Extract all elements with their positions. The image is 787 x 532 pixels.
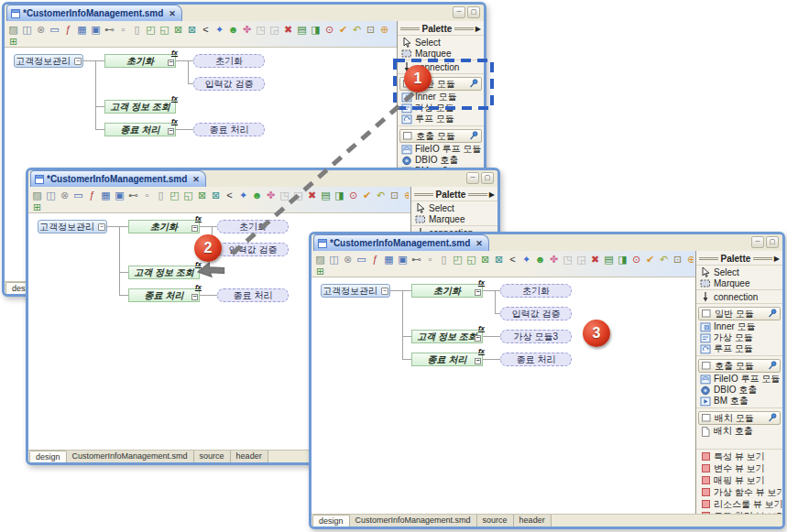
view-button[interactable]: 특성 뷰 보기 — [696, 451, 782, 462]
bottom-tab-design[interactable]: design — [312, 515, 350, 527]
restore-button[interactable]: ▢ — [766, 236, 779, 248]
save-icon[interactable]: ◫ — [44, 189, 58, 201]
zoom-in-icon[interactable]: ⊕ — [401, 189, 409, 201]
paste-icon[interactable]: ◲ — [574, 253, 588, 266]
close-tab-icon[interactable]: ✕ — [475, 239, 483, 248]
collapse-left-icon[interactable]: < — [199, 23, 213, 36]
small-module-icon[interactable]: ▫ — [116, 23, 130, 36]
minimize-button[interactable]: ─ — [453, 6, 465, 18]
bottom-tab-source[interactable]: source — [477, 515, 514, 527]
small-module-icon[interactable]: ▫ — [423, 253, 437, 266]
undo-icon[interactable]: ↶ — [374, 189, 388, 201]
node-root[interactable]: 고객정보관리− — [38, 220, 107, 233]
check-icon[interactable]: ✔ — [643, 253, 657, 266]
grid-view-icon[interactable]: ▦ — [382, 253, 396, 266]
collapse-icon[interactable]: − — [98, 223, 105, 231]
bottom-tab-customerinfomanagement-smd[interactable]: CustomerInfoManagement.smd — [350, 515, 477, 527]
view-button[interactable]: 변수 뷰 보기 — [696, 462, 782, 474]
close-tab-icon[interactable]: ✕ — [169, 9, 176, 18]
table-view-icon[interactable]: ▤ — [319, 189, 333, 201]
small-module-icon[interactable]: ▫ — [140, 189, 154, 201]
collapse-icon[interactable]: − — [475, 289, 481, 296]
palette-tool-marquee[interactable]: Marquee — [398, 48, 484, 59]
export-book-icon[interactable]: ◨ — [309, 23, 322, 36]
debug-face-icon[interactable]: ☻ — [226, 23, 240, 36]
view-button[interactable]: 매핑 뷰 보기 — [696, 474, 782, 486]
properties-card-icon[interactable]: ▭ — [48, 23, 61, 36]
palette-tool-batch-call[interactable]: 배치 호출 — [696, 426, 782, 437]
palette-tool-marquee[interactable]: Marquee — [411, 213, 497, 224]
unlink-icon[interactable]: ⊗ — [341, 253, 355, 266]
unlink-icon[interactable]: ⊗ — [58, 189, 71, 201]
close-tab-icon[interactable]: ✕ — [192, 175, 200, 184]
new-module-icon[interactable]: ▨ — [313, 253, 327, 266]
search-key-icon[interactable]: ✦ — [236, 189, 250, 201]
node-root[interactable]: 고객정보관리− — [14, 54, 83, 68]
breakpoint-icon[interactable]: ⊙ — [346, 189, 360, 201]
table-view-icon[interactable]: ▤ — [295, 23, 309, 36]
copy-icon[interactable]: ◳ — [278, 189, 291, 201]
page-icon[interactable]: ▯ — [130, 23, 144, 36]
data-table-icon[interactable]: ⊞ — [30, 201, 44, 212]
collapse-icon[interactable]: − — [74, 58, 82, 65]
node-v2[interactable]: 입력값 검증 — [500, 307, 572, 320]
node-m3[interactable]: 종료 처리fx− — [104, 123, 176, 136]
bottom-tab-source[interactable]: source — [194, 451, 231, 463]
delete-icon[interactable]: ✖ — [305, 189, 319, 201]
collapse-icon[interactable]: − — [475, 358, 481, 364]
connection-toggle-icon[interactable]: ⊷ — [103, 23, 116, 36]
collapse-icon[interactable]: − — [191, 294, 198, 300]
pin-icon[interactable] — [767, 309, 778, 319]
save-icon[interactable]: ◫ — [20, 23, 34, 36]
unlink-icon[interactable]: ⊗ — [34, 23, 48, 36]
restore-button[interactable]: ▢ — [481, 172, 494, 184]
delete-icon[interactable]: ✖ — [281, 23, 295, 36]
palette-collapse-icon[interactable]: ▶ — [774, 255, 780, 263]
node-m3[interactable]: 종료 처리fx− — [128, 288, 200, 302]
cascade-window-icon[interactable]: ⊡ — [671, 253, 684, 266]
pin-icon[interactable] — [767, 361, 778, 371]
zoom-in-icon[interactable]: ⊕ — [377, 23, 391, 36]
palette-group-module-box[interactable]: 배치 모듈 — [698, 411, 781, 425]
function-script-icon[interactable]: ƒ — [368, 253, 382, 266]
copy-icon[interactable]: ◳ — [561, 253, 574, 266]
cascade-window-icon[interactable]: ⊡ — [388, 189, 401, 201]
node-v3[interactable]: 종료 처리 — [217, 288, 289, 302]
function-script-icon[interactable]: ƒ — [61, 23, 75, 36]
palette-tool-bm-call[interactable]: BM 호출 — [696, 396, 782, 407]
minimize-button[interactable]: ─ — [751, 236, 764, 248]
export-module-alt-icon[interactable]: ⊠ — [492, 253, 506, 266]
pin-icon[interactable] — [468, 131, 479, 141]
properties-card-icon[interactable]: ▭ — [71, 189, 85, 201]
node-m1[interactable]: 초기화fx− — [411, 284, 483, 298]
palette-tool-cursor[interactable]: Select — [696, 266, 782, 277]
restore-button[interactable]: ▢ — [467, 6, 480, 18]
pin-icon[interactable] — [767, 413, 778, 423]
collapse-icon[interactable]: − — [168, 128, 174, 135]
bottom-tab-design[interactable]: design — [29, 451, 67, 463]
node-v1[interactable]: 초기화 — [500, 284, 572, 298]
collapse-icon[interactable]: − — [381, 288, 388, 295]
collapse-icon[interactable]: − — [191, 225, 198, 232]
view-button[interactable]: 모듈 찾기 뷰 보기 — [696, 510, 782, 514]
delete-icon[interactable]: ✖ — [588, 253, 602, 266]
node-m2[interactable]: 고객 정보 조회fx — [104, 100, 176, 114]
export-module-alt-icon[interactable]: ⊠ — [209, 189, 223, 201]
layout-view-icon[interactable]: ▣ — [89, 23, 103, 36]
mapping-star-icon[interactable]: ✤ — [240, 23, 254, 36]
node-m1[interactable]: 초기화fx− — [104, 54, 176, 68]
copy-module-icon[interactable]: ◰ — [144, 23, 158, 36]
diagram-canvas[interactable]: 고객정보관리−초기화fx−초기화입력값 검증고객 정보 조회fx−가상 모듈3종… — [312, 277, 695, 514]
bottom-tab-header[interactable]: header — [514, 515, 552, 527]
connection-toggle-icon[interactable]: ⊷ — [126, 189, 140, 201]
node-v4[interactable]: 가상 모듈3 — [500, 330, 572, 343]
export-book-icon[interactable]: ◨ — [333, 189, 346, 201]
palette-tool-connection[interactable]: connection — [696, 291, 782, 302]
node-v3[interactable]: 종료 처리 — [193, 123, 265, 136]
page-icon[interactable]: ▯ — [437, 253, 451, 266]
paste-icon[interactable]: ◲ — [268, 23, 281, 36]
palette-collapse-icon[interactable]: ▶ — [475, 25, 481, 33]
breakpoint-icon[interactable]: ⊙ — [629, 253, 643, 266]
palette-collapse-icon[interactable]: ▶ — [489, 190, 495, 199]
editor-tab[interactable]: *CustomerInfoManagement.smd ✕ — [6, 5, 182, 21]
